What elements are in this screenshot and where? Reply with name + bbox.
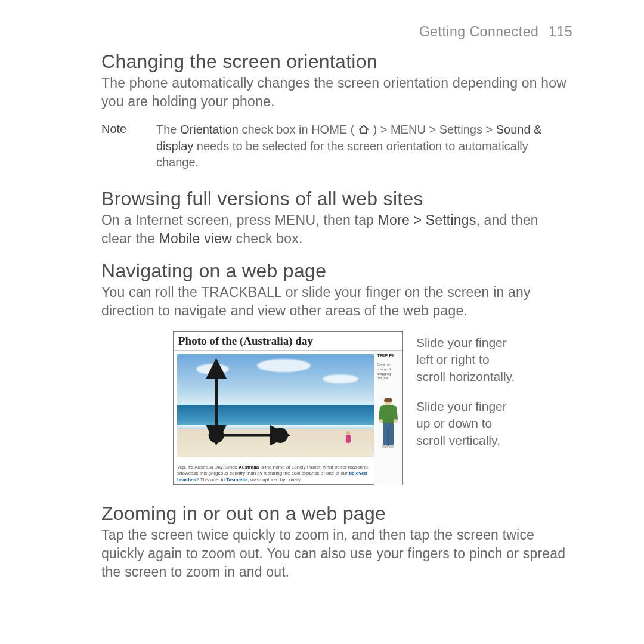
paragraph-navigating: You can roll the TRACKBALL or slide your…: [101, 283, 572, 320]
callout-vertical: Slide your finger up or down to scroll v…: [416, 398, 521, 449]
browser-sidebar: TRIP PL Dreamin cherry bl dragging trip …: [374, 351, 402, 485]
note-block: Note The Orientation check box in HOME (…: [101, 122, 572, 171]
browser-title: Photo of the (Australia) day: [174, 332, 402, 351]
browser-photo: Yep, it's Australia Day. Since Australia…: [174, 351, 374, 485]
manual-page: Getting Connected 115 Changing the scree…: [0, 0, 644, 644]
paragraph-fullsites: On a Internet screen, press MENU, then t…: [101, 211, 572, 248]
figure-navigation: Photo of the (Australia) day Yep, it's A…: [173, 331, 572, 485]
paragraph-zoom: Tap the screen twice quickly to zoom in,…: [101, 526, 572, 581]
gesture-callouts: Slide your finger left or right to scrol…: [416, 331, 521, 462]
heading-fullsites: Browsing full versions of all web sites: [101, 188, 572, 210]
browser-mock: Photo of the (Australia) day Yep, it's A…: [173, 331, 403, 485]
paragraph-orientation: The phone automatically changes the scre…: [101, 74, 572, 111]
beach-person-icon: [344, 431, 352, 447]
page-number: 115: [549, 24, 572, 39]
note-label: Note: [101, 122, 140, 171]
photo-caption: Yep, it's Australia Day. Since Australia…: [177, 465, 370, 483]
heading-orientation: Changing the screen orientation: [101, 51, 572, 73]
running-header: Getting Connected 115: [101, 24, 572, 40]
browser-content: Yep, it's Australia Day. Since Australia…: [174, 351, 402, 485]
heading-navigating: Navigating on a web page: [101, 260, 572, 282]
section-name: Getting Connected: [419, 24, 538, 39]
home-icon: [358, 124, 370, 135]
note-body: The Orientation check box in HOME ( ) > …: [156, 122, 572, 171]
avatar-cartoon-icon: [378, 398, 398, 458]
heading-zoom: Zooming in or out on a web page: [101, 503, 572, 525]
callout-horizontal: Slide your finger left or right to scrol…: [416, 335, 521, 385]
